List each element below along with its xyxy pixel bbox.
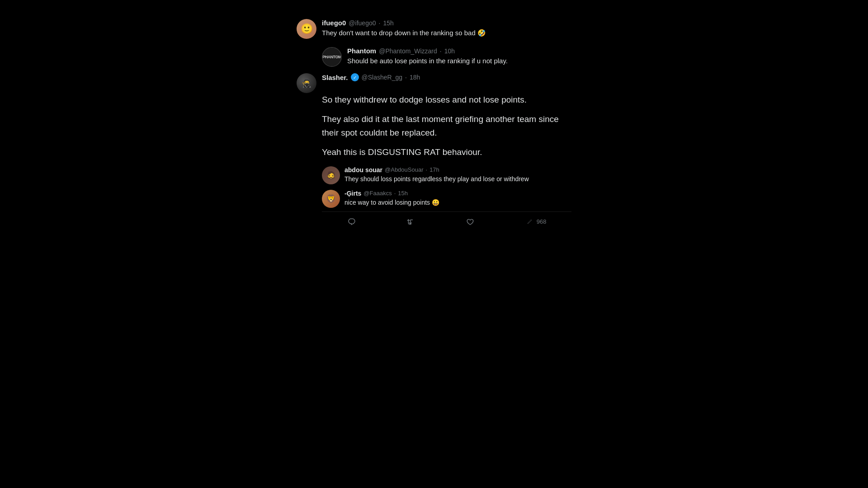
tweet-phantom: PHANTOM Phantom @Phantom_Wizzard · 10h S… xyxy=(322,42,571,70)
dot-ifuego: · xyxy=(379,19,381,27)
time-ifuego: 15h xyxy=(383,19,393,27)
slasher-line1: So they withdrew to dodge losses and not… xyxy=(322,93,571,106)
like-action[interactable] xyxy=(466,217,475,226)
slasher-avatar-inner: 🥷 xyxy=(297,73,316,93)
tweet-header-ifuego: ifuego0 @ifuego0 · 15h xyxy=(322,19,571,27)
retweet-action[interactable] xyxy=(406,217,415,226)
slasher-line3: Yeah this is DISGUSTING RAT behaviour. xyxy=(322,145,571,159)
reply-text-abdou: They should loss points regardless they … xyxy=(344,174,571,183)
avatar-phantom[interactable]: PHANTOM xyxy=(322,47,342,67)
tweet-content-phantom: Phantom @Phantom_Wizzard · 10h Should be… xyxy=(347,47,571,66)
retweet-icon xyxy=(406,217,415,226)
action-bar: 968 xyxy=(322,211,571,228)
username-ifuego[interactable]: @ifuego0 xyxy=(349,19,376,27)
username-slasher[interactable]: @SlasheR_gg xyxy=(362,74,403,81)
dot-abdou: · xyxy=(426,166,428,173)
views-action[interactable]: 968 xyxy=(525,217,547,226)
tweet-content-ifuego: ifuego0 @ifuego0 · 15h They don't want t… xyxy=(322,19,571,38)
phantom-logo-text: PHANTOM xyxy=(322,55,341,59)
reply-girts: 🦁 -Ģirts @Faaakcs · 15h nice way to avoi… xyxy=(322,190,571,208)
feed-container: 🙂 ifuego0 @ifuego0 · 15h They don't want… xyxy=(289,5,579,243)
slasher-full-text: So they withdrew to dodge losses and not… xyxy=(297,93,571,228)
tweet-header-phantom: Phantom @Phantom_Wizzard · 10h xyxy=(347,47,571,55)
slasher-text-area: Slasher. ✓ @SlasheR_gg · 18h xyxy=(322,73,571,93)
tweet-thread: 🙂 ifuego0 @ifuego0 · 15h They don't want… xyxy=(297,14,571,234)
tweet-text-phantom: Should be auto lose points in the rankin… xyxy=(347,56,571,66)
views-icon xyxy=(525,217,534,226)
reply-abdou: 🧔 abdou souar @AbdouSouar · 17h They sho… xyxy=(322,166,571,184)
nested-replies: 🧔 abdou souar @AbdouSouar · 17h They sho… xyxy=(322,166,571,208)
slasher-body: 🥷 Slasher. ✓ @SlasheR_gg · 18h xyxy=(297,73,571,93)
tweet-header-slasher: Slasher. ✓ @SlasheR_gg · 18h xyxy=(322,73,571,81)
tweet-text-ifuego: They don't want to drop down in the rank… xyxy=(322,28,571,38)
reply-header-girts: -Ģirts @Faaakcs · 15h xyxy=(344,190,571,197)
time-phantom: 10h xyxy=(444,47,455,55)
verified-badge-slasher: ✓ xyxy=(351,73,359,81)
avatar-ifuego[interactable]: 🙂 xyxy=(297,19,316,39)
views-count: 968 xyxy=(537,218,547,225)
phantom-logo-container: PHANTOM xyxy=(323,48,341,66)
display-name-abdou[interactable]: abdou souar xyxy=(344,166,382,174)
heart-icon xyxy=(466,217,475,226)
username-phantom[interactable]: @Phantom_Wizzard xyxy=(379,47,437,55)
dot-phantom: · xyxy=(440,47,442,55)
reply-content-abdou: abdou souar @AbdouSouar · 17h They shoul… xyxy=(344,166,571,183)
reply-content-girts: -Ģirts @Faaakcs · 15h nice way to avoid … xyxy=(344,190,571,207)
avatar-slasher[interactable]: 🥷 xyxy=(297,73,316,93)
slasher-main-text: So they withdrew to dodge losses and not… xyxy=(322,93,571,159)
display-name-slasher[interactable]: Slasher. xyxy=(322,74,348,81)
time-girts: 15h xyxy=(398,190,408,197)
indented-phantom: PHANTOM Phantom @Phantom_Wizzard · 10h S… xyxy=(322,42,571,70)
reply-header-abdou: abdou souar @AbdouSouar · 17h xyxy=(344,166,571,174)
reply-icon xyxy=(347,217,356,226)
display-name-phantom[interactable]: Phantom xyxy=(347,47,376,55)
slasher-line2: They also did it at the last moment grie… xyxy=(322,113,571,139)
display-name-ifuego[interactable]: ifuego0 xyxy=(322,19,346,27)
username-abdou[interactable]: @AbdouSouar xyxy=(385,166,423,173)
tweet-ifuego: 🙂 ifuego0 @ifuego0 · 15h They don't want… xyxy=(297,14,571,42)
girts-avatar-inner: 🦁 xyxy=(322,190,340,208)
username-girts[interactable]: @Faaakcs xyxy=(363,190,392,197)
tweet-slasher: 🥷 Slasher. ✓ @SlasheR_gg · 18h So they w… xyxy=(297,70,571,234)
avatar-abdou[interactable]: 🧔 xyxy=(322,166,340,184)
reply-text-girts: nice way to avoid losing points 😀 xyxy=(344,198,571,207)
dot-slasher: · xyxy=(405,74,407,81)
reply-action[interactable] xyxy=(347,217,356,226)
display-name-girts[interactable]: -Ģirts xyxy=(344,190,361,197)
dot-girts: · xyxy=(394,190,396,197)
time-abdou: 17h xyxy=(429,166,439,173)
time-slasher: 18h xyxy=(410,74,420,81)
abdou-avatar-inner: 🧔 xyxy=(322,166,340,184)
avatar-girts[interactable]: 🦁 xyxy=(322,190,340,208)
avatar-skin-ifuego: 🙂 xyxy=(297,19,316,39)
